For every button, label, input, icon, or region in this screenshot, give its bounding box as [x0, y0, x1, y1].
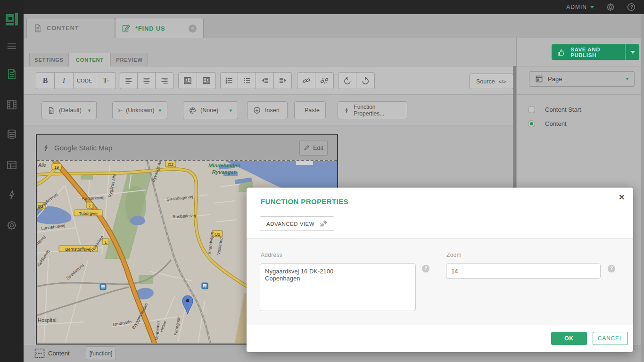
close-tab-icon[interactable]: × — [189, 25, 197, 33]
insert-button[interactable]: Insert — [247, 101, 288, 119]
align-center-button[interactable] — [138, 72, 156, 89]
tab-content[interactable]: CONTENT — [26, 18, 115, 38]
close-icon[interactable]: × — [619, 191, 625, 203]
save-and-publish-button[interactable]: SAVE AND PUBLISH — [552, 44, 639, 60]
caret-down-icon — [630, 51, 635, 54]
italic-button[interactable]: I — [55, 72, 74, 89]
subtab-settings[interactable]: SETTINGS — [29, 53, 69, 66]
window-scrollbar[interactable] — [641, 14, 644, 362]
transit-station-icon — [202, 283, 208, 289]
gear-icon[interactable] — [606, 3, 615, 11]
admin-menu[interactable]: ADMIN — [566, 4, 594, 10]
unlink-icon — [320, 76, 329, 85]
bullet-list-button[interactable] — [220, 72, 238, 89]
page-dropdown[interactable]: Page ▾ — [529, 71, 635, 87]
svg-text:1: 1 — [104, 240, 107, 245]
widget-edit-button[interactable]: Edit — [299, 140, 328, 156]
style-dropdown[interactable]: (Default) ▾ — [41, 101, 97, 119]
code-button[interactable]: CODE — [74, 72, 96, 89]
code-brackets-icon: </> — [499, 79, 506, 84]
function-properties-label: Function Properties... — [354, 104, 401, 117]
functions-bolt-icon[interactable] — [6, 189, 17, 200]
help-icon[interactable]: ? — [627, 3, 636, 11]
source-button[interactable]: Source </> — [469, 74, 513, 89]
chevron-down-icon: ▾ — [626, 76, 628, 82]
settings-gear-icon[interactable] — [6, 220, 17, 231]
paste-button[interactable]: Paste — [294, 101, 326, 119]
paste-label: Paste — [305, 107, 320, 114]
admin-label: ADMIN — [566, 4, 587, 10]
outdent-button[interactable] — [256, 72, 274, 89]
zoom-field[interactable] — [446, 263, 601, 279]
radio-content[interactable]: Content — [528, 120, 567, 127]
bold-button[interactable]: B — [36, 72, 55, 89]
save-options-caret[interactable] — [626, 51, 639, 54]
chevron-down-icon: ▾ — [158, 107, 161, 114]
address-field[interactable]: Nygaardsvej 16 DK-2100 Copenhagen — [260, 263, 416, 311]
map-road-badge: 19 — [52, 164, 61, 170]
radio-label: Content — [545, 120, 567, 127]
redo-icon — [361, 76, 370, 85]
layout-designer-icon[interactable] — [6, 159, 17, 171]
ok-button[interactable]: OK — [551, 332, 587, 345]
content-region-selector[interactable]: Content — [34, 348, 70, 358]
align-center-icon — [142, 76, 151, 85]
sitemap-icon — [118, 107, 122, 114]
indent-button[interactable] — [274, 72, 292, 89]
advanced-view-label: ADVANCED VIEW — [266, 221, 314, 227]
cancel-button[interactable]: CANCEL — [593, 332, 628, 345]
bolt-icon — [344, 107, 349, 114]
image-right-button[interactable] — [197, 72, 216, 89]
template-dropdown[interactable]: (Unknown) ▾ — [112, 101, 167, 119]
chevron-down-icon: ▾ — [88, 107, 91, 114]
function-element-button[interactable]: [function] — [86, 346, 116, 360]
map-street-label: Mindelunden — [208, 163, 240, 168]
dialog-fields-section: Address Nygaardsvej 16 DK-2100 Copenhage… — [247, 238, 633, 325]
theme-dropdown[interactable]: (None) ▾ — [183, 101, 238, 119]
image-left-button[interactable] — [178, 72, 197, 89]
align-right-icon — [160, 76, 169, 85]
function-properties-button[interactable]: Function Properties... — [338, 101, 407, 119]
content-pages-icon[interactable] — [6, 68, 17, 80]
widget-header: Google Static Map Edit — [37, 135, 337, 160]
align-right-button[interactable] — [156, 72, 173, 89]
remove-link-button[interactable] — [315, 72, 334, 89]
subtab-content[interactable]: CONTENT — [69, 53, 111, 66]
map-road-badge: 1 — [102, 239, 109, 245]
svg-text:2: 2 — [88, 204, 91, 208]
advanced-view-button[interactable]: ADVANCED VIEW — [260, 216, 334, 231]
divider — [78, 345, 78, 362]
undo-icon — [343, 76, 352, 85]
radio-label: Content Start — [545, 106, 581, 113]
text-size-button[interactable]: T- — [96, 72, 116, 89]
pencil-icon — [304, 145, 310, 151]
subtab-label: SETTINGS — [34, 57, 63, 63]
data-database-icon[interactable] — [6, 129, 17, 140]
zoom-help-icon[interactable]: ? — [608, 265, 615, 272]
image-align-left-icon — [183, 76, 192, 85]
content-grid-icon — [34, 348, 45, 358]
map-road-badge: Tuborgvej — [74, 210, 102, 216]
map-road-badge: O2 — [165, 161, 176, 167]
document-tabstrip: CONTENT *FIND US × — [24, 14, 644, 38]
app-logo[interactable] — [5, 13, 18, 26]
divider — [517, 66, 644, 66]
page-style-icon — [48, 107, 55, 114]
dropdown-value: (Unknown) — [126, 107, 154, 114]
address-label: Address — [261, 252, 282, 258]
menu-hamburger-icon[interactable] — [6, 41, 17, 52]
radio-content-start[interactable]: Content Start — [528, 106, 581, 113]
undo-button[interactable] — [338, 72, 356, 89]
subtab-preview[interactable]: PREVIEW — [111, 53, 148, 66]
address-help-icon[interactable]: ? — [422, 265, 429, 272]
tab-find-us[interactable]: *FIND US × — [115, 18, 204, 38]
radio-selected-icon — [528, 120, 535, 127]
redo-button[interactable] — [356, 72, 375, 89]
divider — [517, 94, 644, 95]
insert-link-button[interactable] — [297, 72, 315, 89]
numbered-list-button[interactable] — [238, 72, 256, 89]
media-files-icon[interactable] — [6, 99, 17, 110]
dialog-title: FUNCTION PROPERTIES — [261, 197, 348, 206]
function-element-label: [function] — [90, 350, 113, 357]
align-left-button[interactable] — [120, 72, 138, 89]
